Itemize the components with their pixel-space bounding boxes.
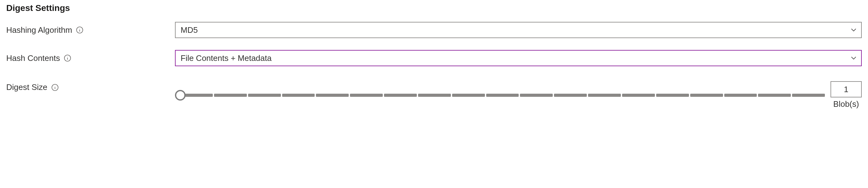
slider-thumb[interactable]	[175, 90, 186, 100]
digest-size-input[interactable]: 1	[831, 81, 862, 97]
chevron-down-icon	[850, 55, 857, 61]
hashing-algorithm-select[interactable]: MD5	[175, 22, 862, 38]
label-text: Digest Size	[6, 83, 48, 92]
digest-size-slider[interactable]	[175, 90, 825, 101]
label-text: Hashing Algorithm	[6, 25, 72, 35]
slider-track	[180, 94, 825, 97]
digest-size-unit: Blob(s)	[833, 99, 859, 109]
label-hashing-algorithm: Hashing Algorithm	[6, 25, 175, 35]
select-value: MD5	[181, 25, 198, 35]
row-hashing-algorithm: Hashing Algorithm MD5	[6, 22, 862, 38]
svg-point-5	[67, 57, 67, 57]
info-icon[interactable]	[51, 84, 59, 91]
chevron-down-icon	[850, 27, 857, 33]
row-digest-size: Digest Size 1 Blob(s)	[6, 78, 862, 109]
label-digest-size: Digest Size	[6, 78, 175, 92]
hash-contents-select[interactable]: File Contents + Metadata	[175, 50, 862, 66]
label-text: Hash Contents	[6, 54, 60, 63]
info-icon[interactable]	[64, 54, 71, 62]
label-hash-contents: Hash Contents	[6, 54, 175, 63]
info-icon[interactable]	[76, 26, 84, 34]
svg-point-8	[55, 86, 55, 86]
section-title: Digest Settings	[6, 3, 862, 13]
row-hash-contents: Hash Contents File Contents + Metadata	[6, 50, 862, 66]
select-value: File Contents + Metadata	[181, 54, 272, 63]
